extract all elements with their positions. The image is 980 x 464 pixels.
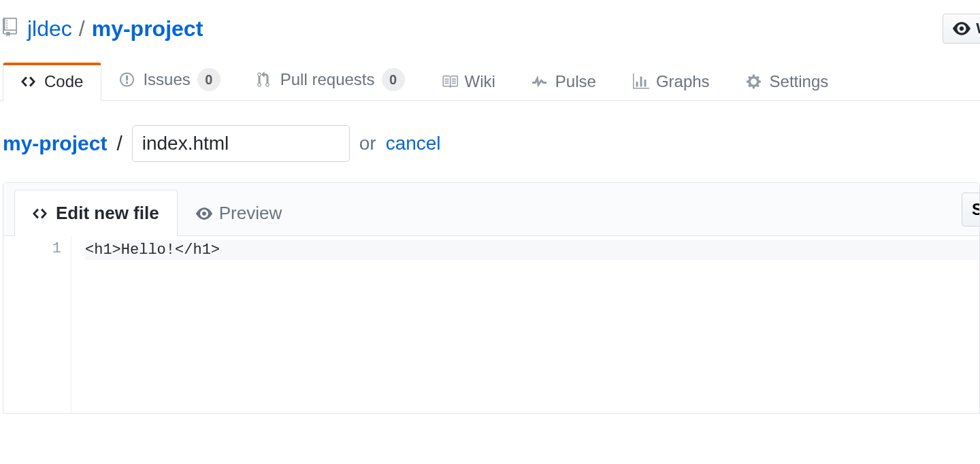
- tab-wiki[interactable]: Wiki: [423, 62, 514, 101]
- crumb-separator: /: [116, 132, 122, 155]
- code-content[interactable]: <h1>Hello!</h1>: [71, 236, 979, 413]
- editor-tab-label: Preview: [219, 203, 282, 224]
- watch-label: W: [976, 20, 980, 37]
- tab-code[interactable]: Code: [3, 63, 101, 101]
- tab-label: Graphs: [656, 72, 710, 91]
- path-separator: /: [78, 16, 86, 42]
- file-path-row: my-project / or cancel: [0, 101, 980, 182]
- watch-button[interactable]: W: [943, 14, 980, 44]
- editor-tabs: Edit new file Preview: [3, 183, 300, 235]
- repository-path: jldec / my-project: [3, 16, 203, 42]
- owner-link[interactable]: jldec: [27, 16, 72, 42]
- code-area[interactable]: 1 <h1>Hello!</h1>: [3, 236, 979, 413]
- issue-icon: [120, 71, 136, 88]
- pull-request-icon: [257, 71, 274, 88]
- tab-label: Pull requests: [280, 70, 375, 89]
- root-crumb-link[interactable]: my-project: [3, 132, 107, 155]
- filename-input[interactable]: [132, 125, 350, 162]
- eye-icon: [953, 20, 970, 37]
- tab-label: Issues: [143, 70, 190, 89]
- graph-icon: [633, 73, 649, 90]
- tab-label: Code: [44, 72, 83, 91]
- code-icon: [33, 205, 49, 222]
- editor-toolbar-right: S: [962, 183, 979, 235]
- tab-graphs[interactable]: Graphs: [615, 62, 728, 101]
- issues-count: 0: [197, 68, 220, 91]
- tab-label: Settings: [770, 72, 829, 91]
- line-gutter: 1: [3, 236, 71, 413]
- book-icon: [442, 73, 458, 90]
- pulse-icon: [532, 73, 549, 90]
- repository-nav: Code Issues 0 Pull requests 0 Wiki Pulse…: [0, 57, 980, 101]
- tab-settings[interactable]: Settings: [728, 62, 847, 101]
- cancel-link[interactable]: cancel: [386, 133, 441, 154]
- editor-panel: Edit new file Preview S 1 <h1>Hello!</h1…: [3, 182, 980, 414]
- or-text: or: [359, 133, 376, 154]
- editor-toolbar: Edit new file Preview S: [3, 183, 979, 236]
- repo-name-link[interactable]: my-project: [92, 16, 203, 42]
- editor-right-button[interactable]: S: [962, 193, 980, 227]
- tab-label: Pulse: [555, 72, 596, 91]
- editor-tab-label: Edit new file: [56, 203, 159, 224]
- gear-icon: [747, 73, 763, 90]
- line-number: 1: [7, 240, 61, 257]
- editor-tab-edit[interactable]: Edit new file: [14, 190, 178, 236]
- code-icon: [21, 73, 37, 90]
- tab-pull-requests[interactable]: Pull requests 0: [239, 58, 423, 101]
- pr-count: 0: [382, 68, 405, 91]
- tab-pulse[interactable]: Pulse: [514, 62, 615, 101]
- editor-right-label: S: [972, 200, 980, 219]
- eye-icon: [196, 205, 212, 222]
- repo-icon: [3, 18, 22, 37]
- code-line: <h1>Hello!</h1>: [85, 240, 979, 260]
- tab-issues[interactable]: Issues 0: [101, 58, 238, 101]
- tab-label: Wiki: [465, 72, 495, 91]
- repository-header: jldec / my-project W: [0, 0, 980, 57]
- editor-tab-preview[interactable]: Preview: [178, 190, 300, 236]
